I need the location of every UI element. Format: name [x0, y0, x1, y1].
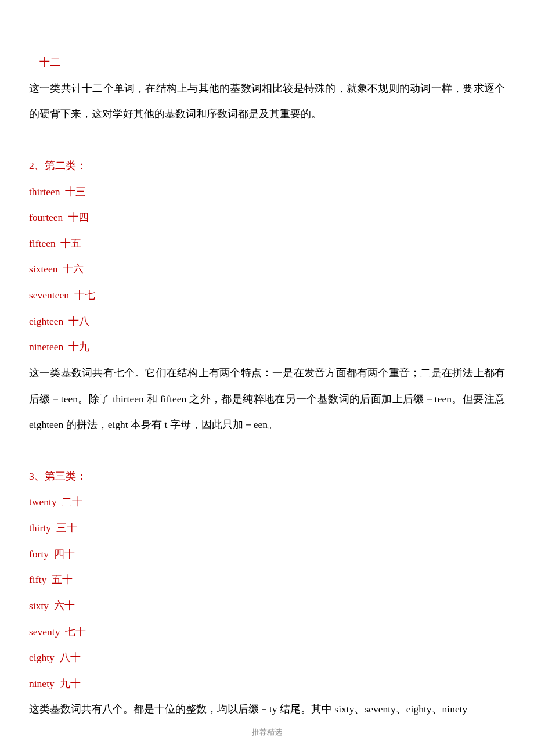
english-word: nineteen — [29, 341, 63, 352]
chinese-word: 十五 — [60, 237, 81, 249]
chinese-word: 八十 — [60, 651, 81, 663]
list-item: seventy 七十 — [29, 619, 505, 645]
chinese-word: 六十 — [54, 600, 75, 611]
english-word: ninety — [29, 678, 55, 689]
list-item: sixteen 十六 — [29, 256, 505, 282]
english-word: eighty — [29, 651, 55, 663]
page-footer: 推荐精选 — [29, 722, 505, 736]
english-word: sixteen — [29, 263, 58, 275]
chinese-word: 二十 — [62, 496, 82, 507]
english-word: fourteen — [29, 211, 63, 223]
english-word: fifteen — [29, 237, 56, 249]
list-item: ninety 九十 — [29, 671, 505, 697]
chinese-word: 三十 — [56, 522, 77, 534]
chinese-word: 九十 — [60, 678, 81, 689]
list-item: forty 四十 — [29, 541, 505, 567]
english-word: twenty — [29, 496, 57, 507]
list-item: fourteen 十四 — [29, 204, 505, 231]
section-3-header: 3、第三类： — [29, 463, 505, 489]
list-item: fifteen 十五 — [29, 231, 505, 257]
english-word: forty — [29, 548, 49, 560]
blank-space — [29, 127, 505, 153]
blank-space — [29, 438, 505, 463]
list-item: eighty 八十 — [29, 645, 505, 671]
paragraph-1: 这一类共计十二个单词，在结构上与其他的基数词相比较是特殊的，就象不规则的动词一样… — [29, 75, 505, 127]
chinese-word: 四十 — [54, 548, 75, 560]
chinese-word: 十九 — [68, 341, 89, 352]
english-word: seventy — [29, 626, 60, 638]
english-word: thirty — [29, 522, 51, 534]
chinese-word: 七十 — [65, 626, 86, 638]
chinese-word: 十八 — [68, 315, 89, 327]
top-fragment: 十二 — [29, 49, 505, 75]
list-item: seventeen 十七 — [29, 282, 505, 308]
list-item: eighteen 十八 — [29, 308, 505, 334]
list-item: fifty 五十 — [29, 567, 505, 593]
chinese-word: 十三 — [65, 186, 86, 197]
chinese-word: 十七 — [74, 289, 95, 301]
list-item: thirty 三十 — [29, 515, 505, 541]
chinese-word: 十六 — [63, 263, 84, 275]
english-word: seventeen — [29, 289, 69, 301]
english-word: thirteen — [29, 186, 60, 197]
list-item: nineteen 十九 — [29, 334, 505, 360]
list-item: sixty 六十 — [29, 593, 505, 619]
chinese-word: 五十 — [52, 574, 73, 585]
list-item: twenty 二十 — [29, 489, 505, 515]
section-2-header: 2、第二类： — [29, 153, 505, 179]
chinese-word: 十四 — [68, 211, 89, 223]
english-word: fifty — [29, 574, 46, 585]
list-item: thirteen 十三 — [29, 179, 505, 205]
section-3-paragraph: 这类基数词共有八个。都是十位的整数，均以后缀－ty 结尾。其中 sixty、se… — [29, 696, 505, 722]
section-3-list: twenty 二十 thirty 三十 forty 四十 fifty 五十 si… — [29, 489, 505, 696]
section-2-paragraph: 这一类基数词共有七个。它们在结构上有两个特点：一是在发音方面都有两个重音；二是在… — [29, 360, 505, 438]
english-word: eighteen — [29, 315, 63, 327]
english-word: sixty — [29, 600, 49, 611]
section-2-list: thirteen 十三 fourteen 十四 fifteen 十五 sixte… — [29, 179, 505, 360]
